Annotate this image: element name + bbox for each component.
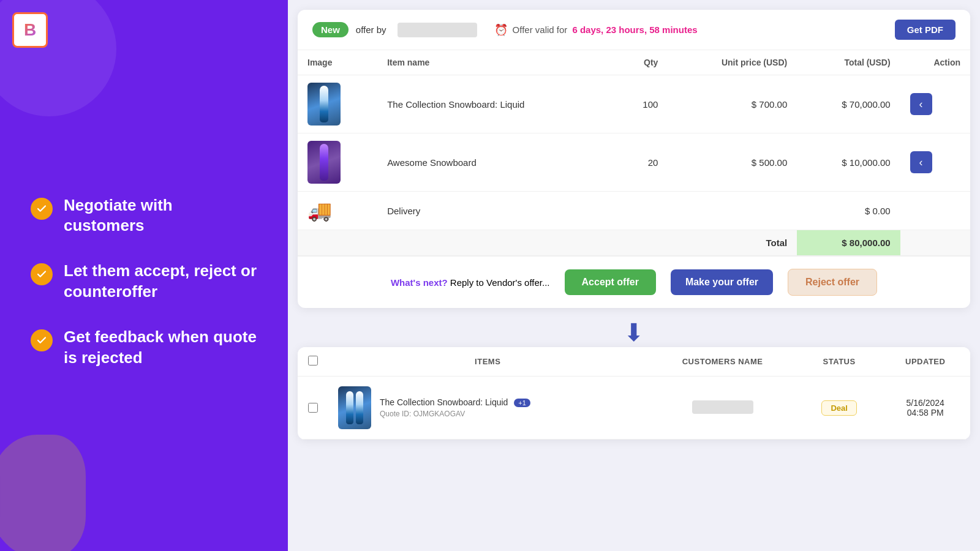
new-badge: New bbox=[312, 22, 349, 37]
delivery-unit-price-cell bbox=[668, 192, 797, 230]
bottom-table: ITEMS CUSTOMERS NAME STATUS UPDATED bbox=[298, 347, 970, 440]
arrow-section: ⬇ bbox=[288, 318, 980, 347]
bottom-col-checkbox bbox=[298, 347, 328, 377]
feature-text-feedback: Get feedback when quote is rejected bbox=[64, 327, 257, 369]
make-offer-button[interactable]: Make your offer bbox=[671, 269, 773, 295]
action-button-liquid[interactable]: ‹ bbox=[910, 93, 932, 115]
row-status-cell: Deal bbox=[798, 377, 881, 440]
updated-date: 5/16/202404:58 PM bbox=[907, 398, 944, 418]
timer-section: ⏰ Offer valid for 6 days, 23 hours, 58 m… bbox=[494, 23, 698, 37]
whats-next-label: What's next? bbox=[391, 277, 448, 288]
bottom-col-status: STATUS bbox=[798, 347, 881, 377]
logo: B bbox=[12, 12, 49, 49]
whats-next-text: What's next? Reply to Vendor's offer... bbox=[391, 277, 550, 288]
bottom-product-info: The Collection Snowboard: Liquid +1 Quot… bbox=[380, 397, 530, 418]
down-arrow-icon: ⬇ bbox=[624, 320, 644, 345]
bottom-snowboard-graphic-2 bbox=[356, 391, 363, 424]
feature-text-negotiate: Negotiate with customers bbox=[64, 195, 257, 237]
total-value: $ 80,000.00 bbox=[797, 230, 900, 256]
status-badge: Deal bbox=[821, 400, 856, 416]
total-cell-liquid: $ 70,000.00 bbox=[797, 75, 900, 133]
accept-offer-button[interactable]: Accept offer bbox=[565, 269, 656, 295]
decorative-blob-bottom bbox=[0, 435, 86, 551]
bottom-product-name-text: The Collection Snowboard: Liquid bbox=[380, 397, 508, 407]
total-empty-4 bbox=[900, 230, 970, 256]
snowboard-graphic bbox=[320, 86, 328, 122]
action-button-awesome[interactable]: ‹ bbox=[910, 151, 932, 173]
check-icon-feedback bbox=[31, 329, 53, 351]
table-row: The Collection Snowboard: Liquid +1 Quot… bbox=[298, 377, 970, 440]
feature-text-accept-reject: Let them accept, reject or counteroffer bbox=[64, 261, 257, 302]
customer-name-placeholder bbox=[692, 400, 753, 414]
col-header-image: Image bbox=[298, 50, 377, 75]
action-cell-awesome: ‹ bbox=[900, 133, 970, 192]
timer-value: 6 days, 23 hours, 58 minutes bbox=[572, 24, 697, 35]
total-cell-awesome: $ 10,000.00 bbox=[797, 133, 900, 192]
unit-price-cell-awesome: $ 500.00 bbox=[668, 133, 797, 192]
unit-price-cell-liquid: $ 700.00 bbox=[668, 75, 797, 133]
quote-card: New offer by ⏰ Offer valid for 6 days, 2… bbox=[298, 10, 970, 308]
product-image-cell bbox=[298, 133, 377, 192]
get-pdf-button[interactable]: Get PDF bbox=[895, 20, 956, 40]
bottom-col-items: ITEMS bbox=[328, 347, 647, 377]
bottom-col-customers: CUSTOMERS NAME bbox=[647, 347, 797, 377]
feature-item-negotiate: Negotiate with customers bbox=[31, 195, 257, 237]
whats-next-reply: Reply to Vendor's offer... bbox=[450, 277, 550, 288]
feature-item-accept-reject: Let them accept, reject or counteroffer bbox=[31, 261, 257, 302]
delivery-icon: 🚚 bbox=[307, 200, 332, 222]
quote-header: New offer by ⏰ Offer valid for 6 days, 2… bbox=[298, 10, 970, 50]
main-area: New offer by ⏰ Offer valid for 6 days, 2… bbox=[288, 0, 980, 551]
delivery-icon-cell: 🚚 bbox=[298, 192, 377, 230]
bottom-product-image bbox=[338, 386, 371, 429]
qty-cell-awesome: 20 bbox=[615, 133, 668, 192]
bottom-col-updated: UPDATED bbox=[880, 347, 970, 377]
item-name-awesome: Awesome Snowboard bbox=[387, 157, 477, 168]
delivery-total-cell: $ 0.00 bbox=[797, 192, 900, 230]
select-all-checkbox[interactable] bbox=[308, 356, 318, 365]
logo-text: B bbox=[24, 20, 36, 40]
product-image-cell bbox=[298, 75, 377, 133]
bottom-table-container: ITEMS CUSTOMERS NAME STATUS UPDATED bbox=[298, 347, 970, 440]
row-checkbox[interactable] bbox=[308, 403, 318, 413]
cta-section: What's next? Reply to Vendor's offer... … bbox=[298, 256, 970, 308]
row-customer-cell bbox=[647, 377, 797, 440]
delivery-name-cell: Delivery bbox=[377, 192, 615, 230]
plus-badge: +1 bbox=[514, 399, 530, 407]
total-empty-3 bbox=[615, 230, 668, 256]
product-image-liquid bbox=[307, 83, 341, 126]
check-icon-negotiate bbox=[31, 198, 53, 220]
item-name-cell: The Collection Snowboard: Liquid bbox=[377, 75, 615, 133]
check-icon-accept-reject bbox=[31, 263, 53, 285]
delivery-action-cell bbox=[900, 192, 970, 230]
col-header-qty: Qty bbox=[615, 50, 668, 75]
table-row: The Collection Snowboard: Liquid 100 $ 7… bbox=[298, 75, 970, 133]
bottom-product-name: The Collection Snowboard: Liquid +1 bbox=[380, 397, 530, 407]
quote-id: Quote ID: OJMGKAOGAV bbox=[380, 410, 530, 418]
total-empty-2 bbox=[377, 230, 615, 256]
bottom-snowboard-graphic bbox=[346, 391, 353, 424]
col-header-unit-price: Unit price (USD) bbox=[668, 50, 797, 75]
row-items-cell: The Collection Snowboard: Liquid +1 Quot… bbox=[328, 377, 647, 440]
reject-offer-button[interactable]: Reject offer bbox=[788, 269, 877, 296]
action-cell-liquid: ‹ bbox=[900, 75, 970, 133]
item-name-liquid: The Collection Snowboard: Liquid bbox=[387, 99, 524, 110]
table-row: 🚚 Delivery $ 0.00 bbox=[298, 192, 970, 230]
delivery-qty-cell bbox=[615, 192, 668, 230]
offer-by-label: offer by bbox=[356, 24, 386, 35]
qty-cell-liquid: 100 bbox=[615, 75, 668, 133]
row-checkbox-cell bbox=[298, 377, 328, 440]
timer-prefix: Offer valid for bbox=[513, 24, 568, 35]
snowboard-graphic-purple bbox=[320, 144, 328, 181]
quote-table: Image Item name Qty Unit price (USD) Tot… bbox=[298, 50, 970, 256]
col-header-item-name: Item name bbox=[377, 50, 615, 75]
product-image-awesome bbox=[307, 141, 341, 184]
timer-icon: ⏰ bbox=[494, 23, 508, 37]
col-header-total: Total (USD) bbox=[797, 50, 900, 75]
total-empty-1 bbox=[298, 230, 377, 256]
total-label: Total bbox=[668, 230, 797, 256]
vendor-name-placeholder bbox=[398, 23, 477, 37]
col-header-action: Action bbox=[900, 50, 970, 75]
feature-item-feedback: Get feedback when quote is rejected bbox=[31, 327, 257, 369]
row-updated-cell: 5/16/202404:58 PM bbox=[880, 377, 970, 440]
item-name-cell: Awesome Snowboard bbox=[377, 133, 615, 192]
